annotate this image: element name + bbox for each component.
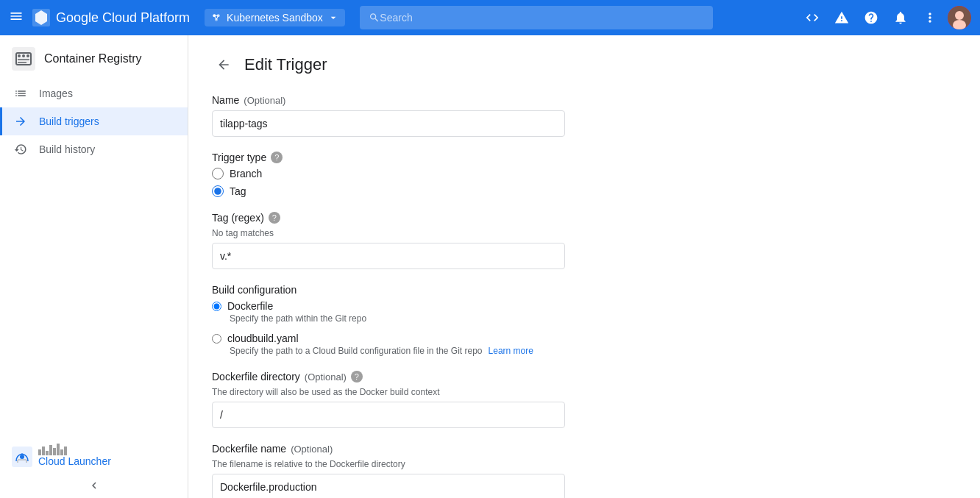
container-registry-logo bbox=[12, 47, 35, 71]
build-config-cloudbuild-desc: Specify the path to a Cloud Build config… bbox=[230, 346, 565, 356]
build-config-cloudbuild-option: cloudbuild.yaml Specify the path to a Cl… bbox=[212, 332, 565, 356]
dockerfile-name-input[interactable] bbox=[212, 474, 565, 498]
trigger-type-label: Trigger type ? bbox=[212, 152, 565, 163]
search-input[interactable] bbox=[380, 12, 704, 24]
sidebar-item-build-history[interactable]: Build history bbox=[0, 135, 188, 163]
svg-point-12 bbox=[18, 54, 21, 57]
code-icon[interactable] bbox=[800, 6, 824, 29]
trigger-type-radio-group: Branch Tag bbox=[212, 168, 565, 197]
svg-rect-10 bbox=[12, 47, 35, 71]
svg-point-14 bbox=[26, 54, 29, 57]
build-config-label: Build configuration bbox=[212, 284, 565, 296]
sidebar-item-images-label: Images bbox=[39, 88, 73, 99]
dockerfile-name-desc: The filename is relative to the Dockerfi… bbox=[212, 459, 565, 469]
svg-point-18 bbox=[20, 455, 24, 459]
main-content: Edit Trigger Name (Optional) Trigger typ… bbox=[188, 35, 980, 498]
svg-point-13 bbox=[22, 54, 25, 57]
svg-point-3 bbox=[215, 18, 218, 21]
edit-trigger-form: Name (Optional) Trigger type ? Branch bbox=[212, 94, 565, 498]
dockerfile-dir-desc: The directory will also be used as the D… bbox=[212, 387, 565, 397]
build-config-options: Dockerfile Specify the path within the G… bbox=[212, 300, 565, 356]
help-icon[interactable] bbox=[859, 6, 883, 29]
project-name: Kubernetes Sandbox bbox=[227, 12, 323, 24]
dockerfile-name-label: Dockerfile name (Optional) bbox=[212, 443, 565, 455]
dockerfile-dir-group: Dockerfile directory (Optional) ? The di… bbox=[212, 371, 565, 428]
trigger-type-tag-label: Tag bbox=[230, 185, 246, 197]
build-config-dockerfile-desc: Specify the path within the Git repo bbox=[230, 313, 565, 324]
mini-graph bbox=[38, 441, 111, 455]
name-group: Name (Optional) bbox=[212, 94, 565, 137]
trigger-type-tag-radio[interactable] bbox=[212, 185, 224, 197]
tag-regex-help-icon[interactable]: ? bbox=[269, 212, 280, 224]
trigger-type-help-icon[interactable]: ? bbox=[271, 152, 283, 163]
trigger-type-branch-radio[interactable] bbox=[212, 168, 224, 179]
tag-regex-input[interactable] bbox=[212, 243, 565, 269]
sidebar-collapse-btn[interactable] bbox=[0, 473, 188, 498]
name-optional: (Optional) bbox=[244, 95, 285, 106]
build-config-dockerfile-radio[interactable] bbox=[212, 302, 221, 311]
cloud-launcher-section: Cloud Launcher bbox=[0, 435, 188, 473]
sidebar-app-name: Container Registry bbox=[44, 52, 142, 65]
sidebar-header: Container Registry bbox=[0, 35, 188, 79]
more-vert-icon[interactable] bbox=[918, 6, 942, 29]
cloud-launcher-icon bbox=[12, 447, 32, 467]
top-nav: Google Cloud Platform Kubernetes Sandbox bbox=[0, 0, 980, 35]
sidebar-item-images[interactable]: Images bbox=[0, 79, 188, 107]
dockerfile-dir-optional: (Optional) bbox=[305, 371, 347, 383]
build-config-dockerfile-option: Dockerfile Specify the path within the G… bbox=[212, 300, 565, 324]
dockerfile-dir-input[interactable] bbox=[212, 402, 565, 428]
trigger-type-tag-option[interactable]: Tag bbox=[212, 185, 565, 197]
trigger-type-branch-label: Branch bbox=[230, 168, 262, 179]
name-label: Name (Optional) bbox=[212, 94, 565, 106]
sidebar-item-build-history-label: Build history bbox=[39, 143, 95, 155]
dockerfile-dir-label: Dockerfile directory (Optional) ? bbox=[212, 371, 565, 383]
trigger-type-group: Trigger type ? Branch Tag bbox=[212, 152, 565, 197]
build-config-cloudbuild-label: cloudbuild.yaml bbox=[227, 332, 299, 344]
cloud-launcher-label[interactable]: Cloud Launcher bbox=[38, 455, 111, 467]
project-selector[interactable]: Kubernetes Sandbox bbox=[205, 9, 345, 26]
svg-point-8 bbox=[955, 11, 964, 20]
app-logo: Google Cloud Platform bbox=[32, 9, 190, 26]
sidebar-item-build-triggers[interactable]: Build triggers bbox=[0, 107, 188, 135]
page-header: Edit Trigger bbox=[212, 53, 956, 77]
top-nav-icons bbox=[800, 6, 971, 29]
tag-regex-label: Tag (regex) ? bbox=[212, 212, 565, 224]
warning-icon[interactable] bbox=[830, 6, 853, 29]
page-title: Edit Trigger bbox=[244, 55, 327, 74]
back-button[interactable] bbox=[212, 53, 235, 77]
avatar[interactable] bbox=[948, 6, 971, 29]
learn-more-link[interactable]: Learn more bbox=[489, 346, 533, 356]
tag-regex-hint: No tag matches bbox=[212, 228, 565, 238]
search-bar bbox=[360, 6, 713, 29]
sidebar: Container Registry Images Build triggers… bbox=[0, 35, 188, 498]
dockerfile-name-optional: (Optional) bbox=[291, 444, 333, 455]
menu-icon[interactable] bbox=[9, 9, 24, 27]
build-config-cloudbuild-radio[interactable] bbox=[212, 334, 221, 344]
sidebar-item-build-triggers-label: Build triggers bbox=[39, 115, 99, 127]
build-config-dockerfile-label: Dockerfile bbox=[227, 300, 273, 312]
app-layout: Container Registry Images Build triggers… bbox=[0, 35, 980, 498]
name-input[interactable] bbox=[212, 110, 565, 137]
bell-icon[interactable] bbox=[889, 6, 912, 29]
tag-regex-group: Tag (regex) ? No tag matches bbox=[212, 212, 565, 269]
dockerfile-name-group: Dockerfile name (Optional) The filename … bbox=[212, 443, 565, 498]
trigger-type-branch-option[interactable]: Branch bbox=[212, 168, 565, 179]
dockerfile-dir-help-icon[interactable]: ? bbox=[351, 371, 363, 383]
build-config-group: Build configuration Dockerfile Specify t… bbox=[212, 284, 565, 356]
